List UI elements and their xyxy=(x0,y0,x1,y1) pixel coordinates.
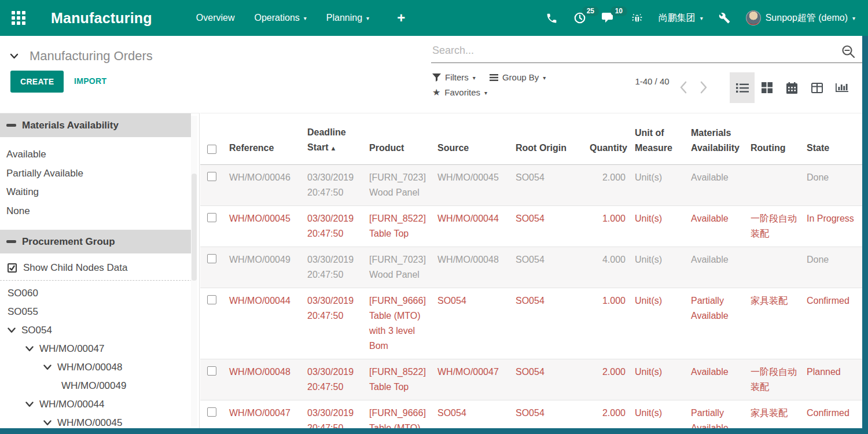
tree-item[interactable]: SO054 xyxy=(0,321,199,340)
kanban-view-button[interactable] xyxy=(755,72,779,103)
tree-item[interactable]: WH/MO/00045 xyxy=(0,414,199,428)
availability-group-header[interactable]: Materials Availability xyxy=(0,113,191,137)
apps-menu-icon[interactable] xyxy=(12,11,25,25)
chevron-down-icon: ▾ xyxy=(700,16,703,21)
column-header-deadline[interactable]: Deadline Start ▲ xyxy=(303,113,365,164)
calendar-view-button[interactable] xyxy=(779,72,804,103)
pivot-view-button[interactable] xyxy=(804,72,829,103)
column-header-availability[interactable]: Materials Availability xyxy=(686,113,746,164)
column-header-routing[interactable]: Routing xyxy=(746,113,802,164)
row-checkbox[interactable] xyxy=(207,366,216,376)
search-options-icon[interactable] xyxy=(841,44,856,61)
cell-product: [FURN_7023] Wood Panel xyxy=(365,247,433,288)
table-row[interactable]: WH/MO/0004503/30/2019 20:47:50[FURN_8522… xyxy=(200,205,862,247)
cell-root_origin: SO054 xyxy=(511,164,585,205)
cell-reference: WH/MO/00049 xyxy=(225,247,303,288)
graph-view-button[interactable] xyxy=(829,72,854,103)
main-menu: Overview Operations▾ Planning▾ xyxy=(196,13,369,23)
column-header-root_origin[interactable]: Root Origin xyxy=(511,113,585,164)
collapse-minus-icon[interactable] xyxy=(6,124,16,127)
action-menu-chevron-icon[interactable] xyxy=(10,51,19,61)
cell-product: [FURN_9666] Table (MTO) with 3 level Bom xyxy=(365,288,433,359)
horizontal-scrollbar[interactable] xyxy=(0,428,868,434)
row-checkbox[interactable] xyxy=(207,254,216,263)
row-checkbox[interactable] xyxy=(207,407,216,417)
filter-item[interactable]: Available xyxy=(6,145,199,164)
search-panel-sidebar: Materials Availability AvailablePartiall… xyxy=(0,113,200,428)
phone-icon[interactable] xyxy=(546,12,558,24)
tree-item[interactable]: SO055 xyxy=(0,303,199,321)
show-child-nodes-row[interactable]: Show Child Nodes Data xyxy=(8,262,199,274)
column-header-uom[interactable]: Unit of Measure xyxy=(630,113,686,164)
collapse-minus-icon[interactable] xyxy=(6,240,16,243)
vertical-scrollbar[interactable] xyxy=(862,36,868,434)
company-switcher[interactable]: 尚鹏集团▾ xyxy=(659,12,703,24)
show-child-nodes-checkbox[interactable] xyxy=(8,263,17,273)
cell-state: Confirmed xyxy=(802,288,862,359)
procurement-group-header[interactable]: Procurement Group xyxy=(0,230,191,253)
group-by-button[interactable]: Group By▾ xyxy=(490,72,546,82)
tree-item[interactable]: SO060 xyxy=(0,284,199,303)
activities-clock-icon[interactable]: 25 xyxy=(573,12,586,24)
row-checkbox[interactable] xyxy=(207,295,216,304)
tools-wrench-icon[interactable] xyxy=(719,12,730,24)
column-header-state[interactable]: State xyxy=(802,113,862,164)
cell-reference: WH/MO/00046 xyxy=(225,164,303,205)
menu-planning[interactable]: Planning▾ xyxy=(326,13,369,23)
tree-item[interactable]: WH/MO/00048 xyxy=(0,358,199,377)
bug-icon[interactable] xyxy=(631,12,643,24)
cell-product: [FURN_8522] Table Top xyxy=(365,359,433,400)
filter-item[interactable]: None xyxy=(6,202,199,221)
chevron-down-icon[interactable] xyxy=(8,328,16,333)
table-row[interactable]: WH/MO/0004403/30/2019 20:47:50[FURN_9666… xyxy=(200,288,862,359)
table-row[interactable]: WH/MO/0004603/30/2019 20:47:50[FURN_7023… xyxy=(200,164,862,205)
kanban-view-icon xyxy=(762,82,773,93)
cell-availability: Available xyxy=(686,164,746,205)
user-menu[interactable]: Sunpop超管 (demo)▾ xyxy=(746,10,855,25)
pager-next-button[interactable] xyxy=(700,81,708,96)
tree-item[interactable]: WH/MO/00044 xyxy=(0,395,199,414)
column-header-product[interactable]: Product xyxy=(365,113,433,164)
table-row[interactable]: WH/MO/0004703/30/2019 20:47:50[FURN_9666… xyxy=(200,400,862,428)
tree-item[interactable]: WH/MO/00049 xyxy=(0,377,199,395)
chevron-down-icon[interactable] xyxy=(25,346,34,352)
list-view-icon xyxy=(736,83,749,93)
sidebar-scrollbar-thumb[interactable] xyxy=(192,174,197,281)
create-button[interactable]: CREATE xyxy=(10,71,64,93)
messages-chat-icon[interactable]: 10 xyxy=(602,12,616,24)
menu-operations[interactable]: Operations▾ xyxy=(255,13,307,23)
filter-item[interactable]: Waiting xyxy=(6,183,199,202)
cell-uom: Unit(s) xyxy=(630,359,686,400)
cell-root_origin: SO054 xyxy=(511,205,585,247)
tree-item[interactable]: WH/MO/00047 xyxy=(0,340,199,358)
sidebar-scrollbar[interactable] xyxy=(191,116,197,426)
quick-create-button[interactable]: + xyxy=(397,11,405,25)
column-header-source[interactable]: Source xyxy=(433,113,511,164)
favorites-button[interactable]: ★ Favorites▾ xyxy=(432,87,487,97)
filters-button[interactable]: Filters▾ xyxy=(432,72,476,82)
column-header-reference[interactable]: Reference xyxy=(225,113,303,164)
filter-item[interactable]: Partially Available xyxy=(6,164,199,183)
row-checkbox[interactable] xyxy=(207,213,216,222)
pager-previous-button[interactable] xyxy=(679,81,687,96)
chevron-down-icon[interactable] xyxy=(25,402,34,407)
cell-source: WH/MO/00045 xyxy=(433,164,511,205)
show-child-nodes-label: Show Child Nodes Data xyxy=(23,262,127,274)
import-button[interactable]: IMPORT xyxy=(74,76,106,86)
select-all-checkbox[interactable] xyxy=(207,145,216,154)
tree-item-label: WH/MO/00044 xyxy=(39,395,104,414)
column-header-quantity[interactable]: Quantity xyxy=(585,113,630,164)
chevron-down-icon[interactable] xyxy=(43,420,52,426)
table-header-row: ReferenceDeadline Start ▲ProductSourceRo… xyxy=(200,113,862,164)
availability-group-title: Materials Availability xyxy=(22,120,119,131)
activities-badge: 25 xyxy=(582,6,599,16)
search-input[interactable] xyxy=(431,44,830,57)
table-row[interactable]: WH/MO/0004903/30/2019 20:47:50[FURN_7023… xyxy=(200,247,862,288)
chevron-down-icon[interactable] xyxy=(43,365,52,370)
cell-deadline: 03/30/2019 20:47:50 xyxy=(303,359,365,400)
list-view-button[interactable] xyxy=(730,72,755,103)
row-checkbox[interactable] xyxy=(207,172,216,181)
app-title[interactable]: Manufacturing xyxy=(51,10,152,27)
menu-overview[interactable]: Overview xyxy=(196,13,235,23)
table-row[interactable]: WH/MO/0004803/30/2019 20:47:50[FURN_8522… xyxy=(200,359,862,400)
